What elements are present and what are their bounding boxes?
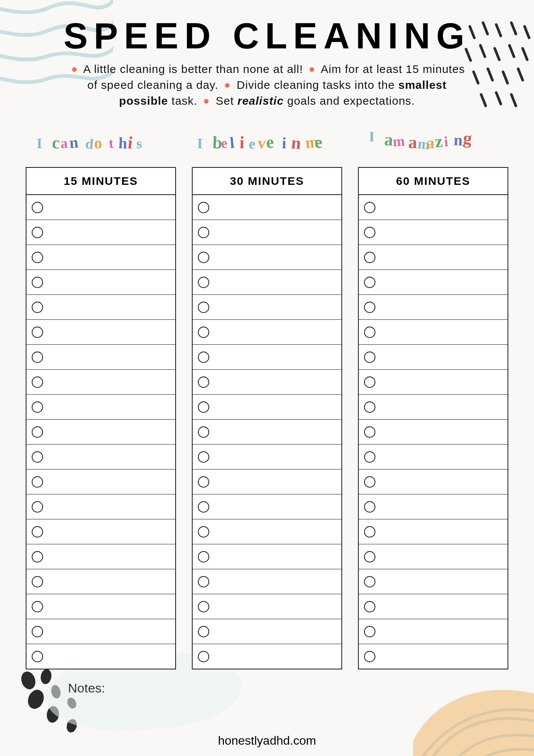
- checklist-row[interactable]: [26, 420, 175, 445]
- checklist-row[interactable]: [26, 519, 175, 544]
- checkbox-icon[interactable]: [198, 302, 209, 313]
- checklist-row[interactable]: [359, 420, 508, 445]
- checkbox-icon[interactable]: [364, 626, 375, 637]
- checkbox-icon[interactable]: [32, 352, 43, 363]
- checkbox-icon[interactable]: [198, 476, 209, 488]
- checklist-row[interactable]: [359, 445, 508, 469]
- checkbox-icon[interactable]: [364, 601, 375, 612]
- checkbox-icon[interactable]: [364, 277, 375, 288]
- checklist-row[interactable]: [359, 519, 508, 544]
- checkbox-icon[interactable]: [198, 202, 209, 213]
- checkbox-icon[interactable]: [32, 526, 43, 538]
- checklist-row[interactable]: [359, 619, 508, 644]
- checklist-row[interactable]: [26, 195, 175, 220]
- checkbox-icon[interactable]: [32, 476, 43, 488]
- checklist-row[interactable]: [26, 594, 175, 619]
- checkbox-icon[interactable]: [32, 252, 43, 263]
- checklist-row[interactable]: [193, 295, 341, 320]
- checklist-row[interactable]: [359, 594, 508, 619]
- checklist-row[interactable]: [193, 494, 341, 519]
- checkbox-icon[interactable]: [32, 426, 43, 438]
- checkbox-icon[interactable]: [198, 601, 209, 612]
- checklist-row[interactable]: [193, 220, 341, 245]
- checklist-row[interactable]: [193, 445, 341, 469]
- checkbox-icon[interactable]: [198, 426, 209, 438]
- notes-section[interactable]: Notes:: [68, 681, 105, 696]
- checklist-row[interactable]: [26, 270, 175, 295]
- checklist-row[interactable]: [26, 544, 175, 569]
- checklist-row[interactable]: [26, 245, 175, 270]
- checkbox-icon[interactable]: [32, 376, 43, 388]
- checkbox-icon[interactable]: [364, 526, 375, 538]
- checkbox-icon[interactable]: [32, 302, 43, 313]
- checkbox-icon[interactable]: [198, 451, 209, 463]
- checklist-row[interactable]: [26, 345, 175, 370]
- checkbox-icon[interactable]: [198, 526, 209, 538]
- checkbox-icon[interactable]: [32, 501, 43, 513]
- checkbox-icon[interactable]: [32, 576, 43, 587]
- checklist-row[interactable]: [26, 295, 175, 320]
- checkbox-icon[interactable]: [364, 327, 375, 338]
- checklist-row[interactable]: [26, 494, 175, 519]
- checkbox-icon[interactable]: [32, 227, 43, 238]
- checkbox-icon[interactable]: [364, 651, 375, 662]
- checklist-row[interactable]: [26, 395, 175, 420]
- checklist-row[interactable]: [193, 544, 341, 569]
- checkbox-icon[interactable]: [198, 352, 209, 363]
- checklist-row[interactable]: [359, 644, 508, 669]
- checkbox-icon[interactable]: [198, 551, 209, 562]
- checklist-row[interactable]: [26, 320, 175, 345]
- checkbox-icon[interactable]: [364, 352, 375, 363]
- checklist-row[interactable]: [359, 320, 508, 345]
- checkbox-icon[interactable]: [198, 327, 209, 338]
- checklist-row[interactable]: [193, 270, 341, 295]
- checkbox-icon[interactable]: [364, 451, 375, 463]
- checklist-row[interactable]: [193, 619, 341, 644]
- checklist-row[interactable]: [193, 320, 341, 345]
- checkbox-icon[interactable]: [198, 501, 209, 513]
- checkbox-icon[interactable]: [198, 401, 209, 413]
- checkbox-icon[interactable]: [198, 651, 209, 662]
- checklist-row[interactable]: [193, 469, 341, 494]
- checklist-row[interactable]: [359, 220, 508, 245]
- checklist-row[interactable]: [359, 270, 508, 295]
- checklist-row[interactable]: [359, 494, 508, 519]
- checkbox-icon[interactable]: [198, 227, 209, 238]
- checklist-row[interactable]: [359, 469, 508, 494]
- checkbox-icon[interactable]: [198, 626, 209, 637]
- checklist-row[interactable]: [359, 395, 508, 420]
- checklist-row[interactable]: [359, 245, 508, 270]
- checkbox-icon[interactable]: [364, 202, 375, 213]
- checklist-row[interactable]: [26, 469, 175, 494]
- checkbox-icon[interactable]: [198, 277, 209, 288]
- checklist-row[interactable]: [193, 519, 341, 544]
- checkbox-icon[interactable]: [364, 227, 375, 238]
- checklist-row[interactable]: [193, 420, 341, 445]
- checklist-row[interactable]: [359, 295, 508, 320]
- checklist-row[interactable]: [193, 345, 341, 370]
- checkbox-icon[interactable]: [364, 551, 375, 562]
- checkbox-icon[interactable]: [364, 302, 375, 313]
- checkbox-icon[interactable]: [364, 401, 375, 413]
- checkbox-icon[interactable]: [364, 252, 375, 263]
- checklist-row[interactable]: [26, 644, 175, 669]
- checkbox-icon[interactable]: [364, 501, 375, 513]
- checklist-row[interactable]: [359, 345, 508, 370]
- checklist-row[interactable]: [26, 220, 175, 245]
- checkbox-icon[interactable]: [32, 651, 43, 662]
- checkbox-icon[interactable]: [364, 576, 375, 587]
- checklist-row[interactable]: [359, 195, 508, 220]
- checklist-row[interactable]: [193, 195, 341, 220]
- checklist-row[interactable]: [193, 395, 341, 420]
- checkbox-icon[interactable]: [364, 476, 375, 488]
- checkbox-icon[interactable]: [364, 376, 375, 388]
- checklist-row[interactable]: [359, 370, 508, 395]
- checkbox-icon[interactable]: [32, 451, 43, 463]
- checklist-row[interactable]: [193, 245, 341, 270]
- checkbox-icon[interactable]: [32, 277, 43, 288]
- checklist-row[interactable]: [193, 370, 341, 395]
- checklist-row[interactable]: [26, 569, 175, 594]
- checkbox-icon[interactable]: [32, 551, 43, 562]
- checkbox-icon[interactable]: [364, 426, 375, 438]
- checklist-row[interactable]: [193, 644, 341, 669]
